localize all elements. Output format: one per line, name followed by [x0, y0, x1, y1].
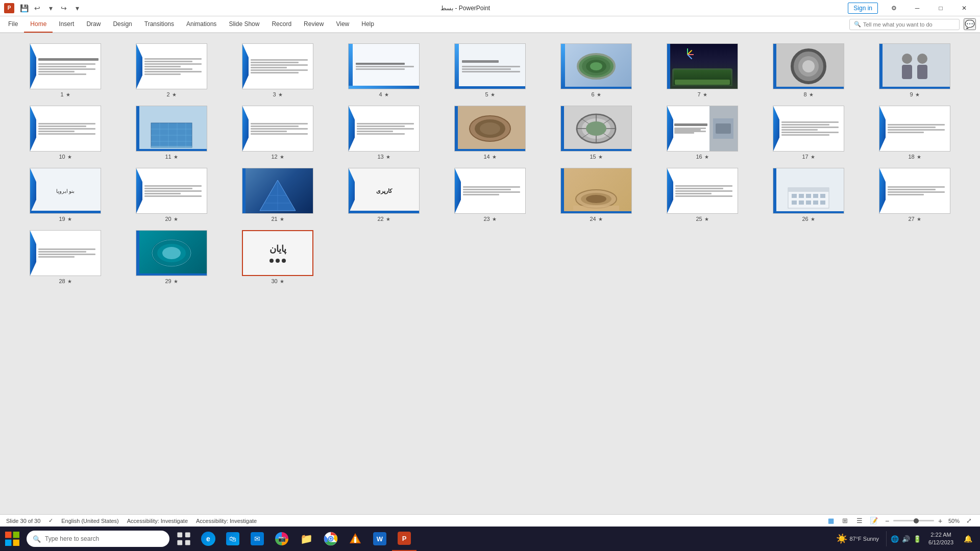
slide-item[interactable]: 27 ★ — [865, 168, 965, 222]
slide-thumbnail[interactable] — [348, 106, 420, 152]
maximize-button[interactable]: □ — [929, 0, 952, 16]
slide-thumbnail[interactable]: بنو ایروپا — [30, 168, 101, 214]
slide-item[interactable]: 1 ★ — [15, 43, 115, 97]
taskbar-files[interactable]: 📁 — [294, 527, 318, 551]
slide-item[interactable]: 15 ★ — [546, 106, 646, 160]
tray-battery-icon[interactable]: 🔋 — [912, 534, 922, 544]
slide-item[interactable]: 24 ★ — [546, 168, 646, 222]
fit-slide-button[interactable]: ⤢ — [964, 516, 974, 526]
slide-thumbnail[interactable]: کارپری — [348, 168, 420, 214]
taskbar-mail[interactable]: ✉ — [245, 527, 270, 551]
tab-record[interactable]: Record — [265, 16, 298, 33]
slide-thumbnail[interactable] — [773, 106, 844, 152]
slide-thumbnail[interactable] — [560, 168, 632, 214]
start-button[interactable] — [0, 527, 24, 551]
ribbon-search-input[interactable] — [863, 21, 955, 28]
slide-item[interactable]: 17 ★ — [758, 106, 859, 160]
language-indicator[interactable]: English (United States) — [61, 518, 119, 524]
tab-animations[interactable]: Animations — [180, 16, 223, 33]
slide-item[interactable]: 4 ★ — [334, 43, 434, 97]
slide-thumbnail[interactable] — [879, 106, 950, 152]
slide-thumbnail[interactable] — [773, 168, 844, 214]
slide-thumbnail[interactable] — [136, 106, 207, 152]
slide-thumbnail[interactable] — [348, 43, 420, 89]
undo-button[interactable]: ↩ — [32, 3, 43, 14]
slide-item[interactable]: 7 ★ — [652, 43, 752, 97]
slide-item[interactable]: 20 ★ — [121, 168, 222, 222]
taskbar-photos[interactable]: 📷 — [270, 527, 294, 551]
slide-thumbnail[interactable] — [560, 43, 632, 89]
slide-thumbnail[interactable] — [242, 106, 313, 152]
slide-thumbnail[interactable] — [454, 106, 526, 152]
normal-view-button[interactable]: ▦ — [826, 516, 836, 526]
tab-view[interactable]: View — [330, 16, 355, 33]
close-button[interactable]: ✕ — [952, 0, 976, 16]
slide-item[interactable]: 21 ★ — [228, 168, 328, 222]
taskbar-powerpoint[interactable]: P — [392, 527, 416, 551]
undo-dropdown[interactable]: ▾ — [45, 3, 56, 14]
accessibility-indicator[interactable]: Accessibility: Investigate — [127, 518, 188, 524]
slide-item[interactable]: بنو ایروپا 19 ★ — [15, 168, 115, 222]
slide-item[interactable]: 12 ★ — [228, 106, 328, 160]
slide-thumbnail[interactable] — [30, 106, 101, 152]
slide-item[interactable]: 9 ★ — [865, 43, 965, 97]
slide-thumbnail[interactable] — [454, 168, 526, 214]
slide-thumbnail[interactable] — [136, 230, 207, 276]
tray-network-icon[interactable]: 🌐 — [890, 534, 900, 544]
settings-button[interactable]: ⚙ — [882, 0, 905, 16]
sign-in-button[interactable]: Sign in — [848, 3, 878, 14]
notification-button[interactable]: 🔔 — [960, 527, 976, 551]
taskbar-word[interactable]: W — [368, 527, 392, 551]
slide-thumbnail[interactable] — [667, 106, 738, 152]
tab-insert[interactable]: Insert — [53, 16, 80, 33]
slide-thumbnail[interactable] — [242, 43, 313, 89]
slide-thumbnail[interactable] — [30, 230, 101, 276]
slide-item[interactable]: 26 ★ — [758, 168, 859, 222]
slide-thumbnail[interactable] — [30, 43, 101, 89]
notes-button[interactable]: 📝 — [869, 516, 879, 526]
slide-thumbnail[interactable] — [667, 43, 738, 89]
slide-item[interactable]: 8 ★ — [758, 43, 859, 97]
ribbon-search-box[interactable]: 🔍 — [849, 19, 960, 30]
tab-help[interactable]: Help — [355, 16, 380, 33]
slide-item[interactable]: 3 ★ — [228, 43, 328, 97]
slide-thumbnail[interactable] — [879, 43, 950, 89]
zoom-slider[interactable] — [893, 520, 934, 521]
slide-item[interactable]: کارپری 22 ★ — [334, 168, 434, 222]
taskbar-search-box[interactable]: 🔍 Type here to search — [27, 531, 169, 547]
spell-check-icon[interactable]: ✓ — [48, 517, 53, 524]
slide-thumbnail[interactable] — [242, 168, 313, 214]
quick-access-dropdown[interactable]: ▾ — [71, 3, 83, 14]
comments-button[interactable]: 💬 — [964, 18, 976, 30]
quick-access-save[interactable]: 💾 — [18, 3, 30, 14]
slide-thumbnail[interactable] — [454, 43, 526, 89]
slide-item[interactable]: 14 ★ — [440, 106, 540, 160]
slide-thumbnail[interactable] — [136, 168, 207, 214]
tab-draw[interactable]: Draw — [80, 16, 107, 33]
tab-file[interactable]: File — [2, 16, 24, 33]
tray-time[interactable]: 2:22 AM 6/12/2023 — [928, 531, 953, 547]
slide-item[interactable]: 2 ★ — [121, 43, 222, 97]
zoom-in-button[interactable]: + — [936, 517, 944, 525]
redo-button[interactable]: ↪ — [58, 3, 69, 14]
slide-item[interactable]: 25 ★ — [652, 168, 752, 222]
slide-item[interactable]: 13 ★ — [334, 106, 434, 160]
slide-item[interactable]: 18 ★ — [865, 106, 965, 160]
slide-item[interactable]: 10 ★ — [15, 106, 115, 160]
slide-item[interactable]: 6 ★ — [546, 43, 646, 97]
slide-thumbnail[interactable] — [136, 43, 207, 89]
reading-view-button[interactable]: ☰ — [854, 516, 865, 526]
slide-item[interactable]: 16 ★ — [652, 106, 752, 160]
task-view-button[interactable] — [172, 527, 196, 551]
slide-item[interactable]: 28 ★ — [15, 230, 115, 284]
slide-item[interactable]: 23 ★ — [440, 168, 540, 222]
slide-item[interactable]: 11 ★ — [121, 106, 222, 160]
taskbar-chrome[interactable] — [318, 527, 343, 551]
slide-sorter-button[interactable]: ⊞ — [840, 516, 850, 526]
tab-transitions[interactable]: Transitions — [138, 16, 180, 33]
slide-thumbnail[interactable]: پایان — [242, 230, 313, 276]
slide-item[interactable]: پایان 30 ★ — [228, 230, 328, 284]
taskbar-vlc[interactable] — [343, 527, 368, 551]
slide-thumbnail[interactable] — [879, 168, 950, 214]
tab-review[interactable]: Review — [298, 16, 330, 33]
